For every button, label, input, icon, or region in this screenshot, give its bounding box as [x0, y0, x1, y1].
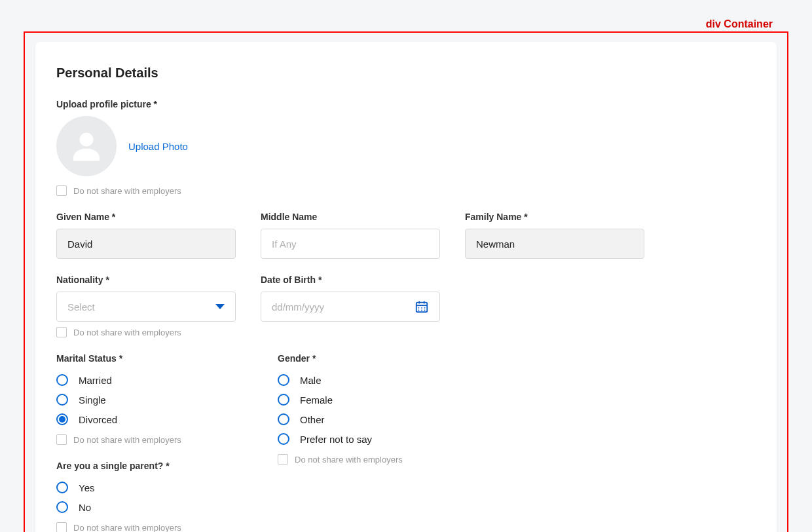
nationality-placeholder: Select	[67, 301, 95, 313]
gender-label-other: Other	[300, 414, 325, 425]
share-marital-checkbox[interactable]	[56, 434, 67, 445]
upload-photo-link[interactable]: Upload Photo	[128, 141, 188, 152]
share-picture-checkbox-row: Do not share with employers	[56, 185, 756, 196]
marital-status-group: Marital Status * MarriedSingleDivorced D…	[56, 353, 253, 532]
middle-name-input[interactable]	[261, 229, 440, 259]
given-name-input[interactable]	[56, 229, 236, 259]
singleparent-label-no: No	[79, 502, 91, 513]
nationality-label: Nationality *	[56, 275, 236, 285]
family-name-input[interactable]	[465, 229, 644, 259]
singleparent-label-yes: Yes	[79, 482, 94, 493]
gender-label-prefer-not-to-say: Prefer not to say	[300, 434, 372, 445]
dob-label: Date of Birth *	[261, 275, 440, 285]
section-title: Personal Details	[56, 66, 756, 81]
family-name-label: Family Name *	[465, 212, 644, 222]
singleparent-radio-no[interactable]	[56, 501, 68, 513]
gender-option-male[interactable]: Male	[278, 370, 474, 390]
nat-dob-row: Nationality * Select Do not share with e…	[56, 275, 756, 337]
chevron-down-icon	[215, 304, 225, 309]
marital-label-single: Single	[79, 394, 106, 406]
person-icon	[67, 126, 106, 166]
share-gender-checkbox[interactable]	[278, 454, 288, 465]
share-nationality-checkbox-row: Do not share with employers	[56, 327, 236, 337]
singleparent-option-yes[interactable]: Yes	[56, 478, 253, 497]
gender-label-male: Male	[300, 375, 322, 386]
dob-input[interactable]: dd/mm/yyyy	[261, 292, 440, 322]
debug-overlay-label: div Container	[706, 18, 773, 30]
marital-radio-single[interactable]	[56, 394, 68, 406]
share-marital-checkbox-row: Do not share with employers	[56, 434, 253, 445]
marital-option-married[interactable]: Married	[56, 370, 253, 390]
avatar-placeholder[interactable]	[56, 116, 117, 176]
marital-option-single[interactable]: Single	[56, 390, 253, 409]
personal-details-card: Personal Details Upload profile picture …	[35, 42, 777, 532]
single-parent-radios: YesNo	[56, 478, 253, 517]
svg-point-0	[80, 133, 94, 147]
share-picture-checkbox[interactable]	[56, 185, 67, 196]
single-parent-label: Are you a single parent? *	[56, 461, 253, 471]
gender-group: Gender * MaleFemaleOtherPrefer not to sa…	[278, 353, 474, 532]
share-nationality-checkbox[interactable]	[56, 327, 67, 337]
marital-option-divorced[interactable]: Divorced	[56, 409, 253, 429]
marital-radio-married[interactable]	[56, 374, 68, 386]
status-gender-row: Marital Status * MarriedSingleDivorced D…	[56, 353, 756, 532]
share-singleparent-checkbox[interactable]	[56, 522, 67, 532]
gender-option-other[interactable]: Other	[278, 409, 474, 429]
singleparent-radio-yes[interactable]	[56, 482, 68, 493]
share-picture-checkbox-label: Do not share with employers	[73, 186, 181, 196]
share-gender-checkbox-row: Do not share with employers	[278, 454, 474, 465]
calendar-icon	[415, 299, 429, 314]
single-parent-group: Are you a single parent? * YesNo Do not …	[56, 461, 253, 532]
given-name-col: Given Name *	[56, 212, 236, 259]
share-nationality-checkbox-label: Do not share with employers	[73, 328, 181, 337]
radio-selected-icon	[59, 416, 65, 423]
share-marital-checkbox-label: Do not share with employers	[73, 435, 181, 445]
gender-radio-other[interactable]	[278, 413, 289, 425]
gender-radio-female[interactable]	[278, 394, 289, 406]
family-name-col: Family Name *	[465, 212, 644, 259]
middle-name-label: Middle Name	[261, 212, 440, 222]
upload-picture-label: Upload profile picture *	[56, 99, 756, 109]
name-row: Given Name * Middle Name Family Name *	[56, 212, 756, 259]
singleparent-option-no[interactable]: No	[56, 497, 253, 517]
gender-radio-male[interactable]	[278, 374, 289, 386]
share-singleparent-checkbox-row: Do not share with employers	[56, 522, 253, 532]
given-name-label: Given Name *	[56, 212, 236, 222]
gender-label: Gender *	[278, 353, 474, 364]
share-gender-checkbox-label: Do not share with employers	[295, 455, 403, 465]
gender-radios: MaleFemaleOtherPrefer not to say	[278, 370, 474, 449]
marital-label-married: Married	[79, 375, 112, 386]
middle-name-col: Middle Name	[261, 212, 440, 259]
marital-radio-divorced[interactable]	[56, 413, 68, 425]
gender-radio-prefer-not-to-say[interactable]	[278, 433, 289, 445]
nationality-select[interactable]: Select	[56, 292, 236, 322]
avatar-row: Upload Photo	[56, 116, 756, 176]
marital-status-label: Marital Status *	[56, 353, 253, 364]
share-singleparent-checkbox-label: Do not share with employers	[73, 523, 181, 533]
marital-label-divorced: Divorced	[79, 414, 117, 425]
marital-status-radios: MarriedSingleDivorced	[56, 370, 253, 429]
gender-label-female: Female	[300, 394, 333, 406]
nationality-col: Nationality * Select Do not share with e…	[56, 275, 236, 337]
dob-col: Date of Birth * dd/mm/yyyy	[261, 275, 440, 337]
gender-option-female[interactable]: Female	[278, 390, 474, 409]
dob-placeholder: dd/mm/yyyy	[272, 301, 324, 313]
gender-option-prefer-not-to-say[interactable]: Prefer not to say	[278, 429, 474, 449]
